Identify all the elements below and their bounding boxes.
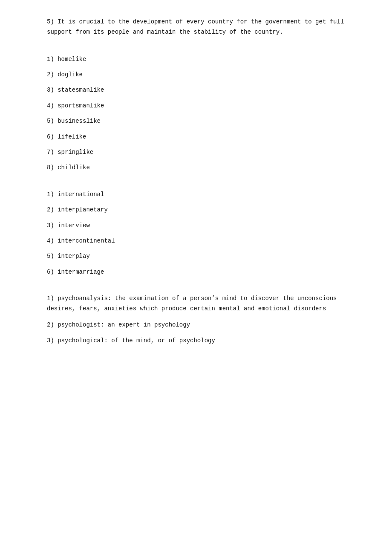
intro-text: 5) It is crucial to the development of e…	[47, 18, 344, 35]
psych-section: 1) psychoanalysis: the examination of a …	[47, 294, 345, 346]
list-item: 1) international	[47, 190, 345, 199]
list-item: 5) interplay	[47, 251, 345, 261]
list-item: 1) homelike	[47, 55, 345, 64]
list-item: 6) intermarriage	[47, 267, 345, 277]
list-item: 2) interplanetary	[47, 205, 345, 214]
psych-item: 2) psychologist: an expert in psychology	[47, 320, 345, 330]
psych-item: 3) psychological: of the mind, or of psy…	[47, 336, 345, 346]
list-item: 3) interview	[47, 221, 345, 230]
list-item: 4) intercontinental	[47, 236, 345, 246]
list-item: 3) statesmanlike	[47, 85, 345, 95]
list-item: 8) childlike	[47, 163, 345, 172]
list-item: 6) lifelike	[47, 132, 345, 142]
list-item: 5) businesslike	[47, 116, 345, 126]
psych-item: 1) psychoanalysis: the examination of a …	[47, 294, 345, 314]
list-item: 2) doglike	[47, 70, 345, 79]
inter-words-section: 1) international2) interplanetary3) inte…	[47, 190, 345, 277]
list-item: 7) springlike	[47, 147, 345, 157]
like-words-section: 1) homelike2) doglike3) statesmanlike4) …	[47, 55, 345, 173]
list-item: 4) sportsmanlike	[47, 101, 345, 110]
intro-paragraph: 5) It is crucial to the development of e…	[47, 17, 345, 38]
